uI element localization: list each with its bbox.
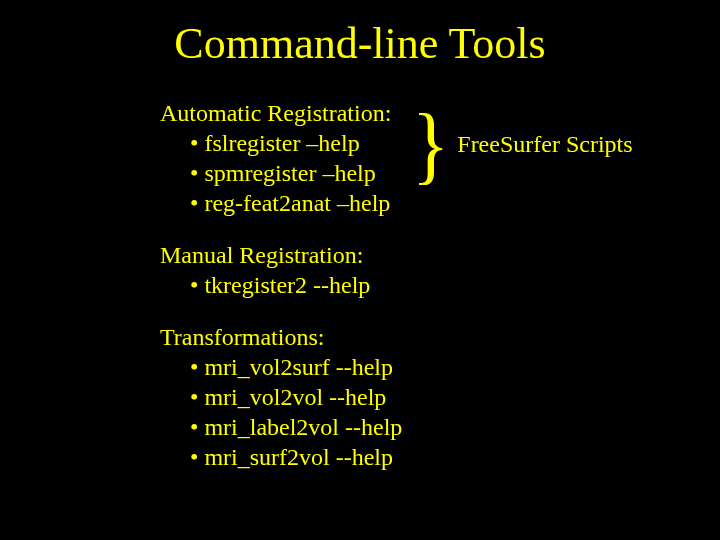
list-item: • fslregister –help [190,128,402,158]
section-transformations: Transformations: • mri_vol2surf --help •… [160,322,402,472]
list-item: • mri_label2vol --help [190,412,402,442]
section-automatic: Automatic Registration: • fslregister –h… [160,98,402,218]
section-heading: Manual Registration: [160,240,402,270]
section-heading: Automatic Registration: [160,98,402,128]
list-item: • mri_surf2vol --help [190,442,402,472]
curly-brace-icon: } [412,106,449,183]
list-item: • mri_vol2surf --help [190,352,402,382]
list-item: • mri_vol2vol --help [190,382,402,412]
page-title: Command-line Tools [0,18,720,69]
section-heading: Transformations: [160,322,402,352]
list-item: • tkregister2 --help [190,270,402,300]
list-item: • reg-feat2anat –help [190,188,402,218]
section-manual: Manual Registration: • tkregister2 --hel… [160,240,402,300]
content-block: Automatic Registration: • fslregister –h… [160,98,402,494]
brace-annotation: } FreeSurfer Scripts [410,106,633,183]
list-item: • spmregister –help [190,158,402,188]
brace-label: FreeSurfer Scripts [457,131,632,158]
